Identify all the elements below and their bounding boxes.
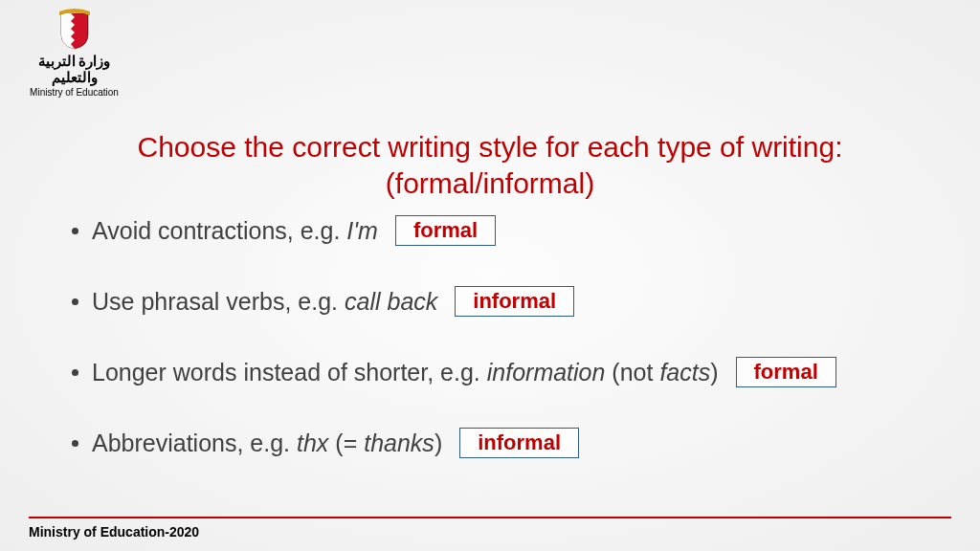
bullet-dot-icon — [72, 440, 78, 447]
bullet-item: Use phrasal verbs, e.g. call back inform… — [72, 286, 942, 317]
bullet-dot-icon — [72, 228, 78, 234]
answer-box: formal — [736, 357, 836, 387]
title-line1: Choose the correct writing style for eac… — [138, 131, 843, 163]
title-line2: (formal/informal) — [386, 167, 594, 199]
bahrain-emblem-icon — [57, 8, 92, 50]
logo-arabic-text: وزارة التربية والتعليم — [19, 54, 129, 85]
ministry-logo: وزارة التربية والتعليم Ministry of Educa… — [19, 8, 129, 98]
bullet-text: Abbreviations, e.g. thx (= thanks) — [92, 430, 442, 457]
answer-box: formal — [395, 215, 496, 246]
answer-box: informal — [455, 286, 574, 317]
bullet-text: Use phrasal verbs, e.g. call back — [92, 288, 437, 316]
slide-title: Choose the correct writing style for eac… — [0, 129, 980, 201]
logo-english-text: Ministry of Education — [19, 87, 129, 98]
bullet-dot-icon — [72, 369, 78, 376]
bullet-text: Avoid contractions, e.g. I'm — [92, 217, 378, 245]
bullet-text: Longer words instead of shorter, e.g. in… — [92, 359, 719, 386]
bullet-item: Avoid contractions, e.g. I'm formal — [72, 215, 942, 246]
bullet-item: Abbreviations, e.g. thx (= thanks) infor… — [72, 428, 942, 458]
bullet-item: Longer words instead of shorter, e.g. in… — [72, 357, 942, 387]
answer-box: informal — [459, 428, 579, 458]
bullet-list: Avoid contractions, e.g. I'm formal Use … — [72, 215, 942, 498]
bullet-dot-icon — [72, 298, 78, 305]
footer-divider — [29, 517, 951, 518]
footer-text: Ministry of Education-2020 — [29, 524, 199, 540]
